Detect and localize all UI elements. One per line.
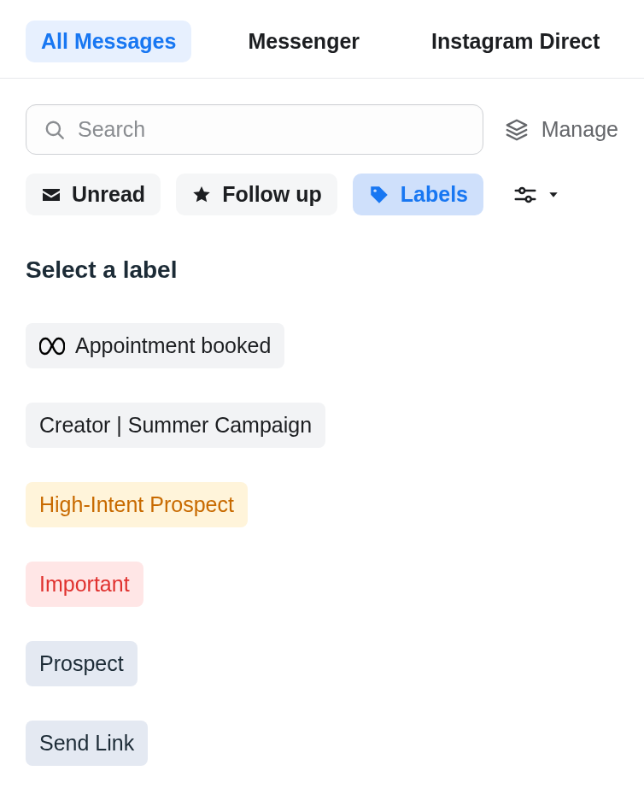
star-icon (191, 185, 212, 205)
tab-all-messages[interactable]: All Messages (26, 21, 191, 62)
label-high-intent-prospect[interactable]: High-Intent Prospect (26, 482, 248, 527)
filter-labels[interactable]: Labels (353, 174, 483, 215)
label-text: High-Intent Prospect (39, 492, 234, 517)
search-row: Manage (0, 79, 644, 155)
label-text: Prospect (39, 651, 124, 676)
label-send-link[interactable]: Send Link (26, 721, 148, 766)
label-appointment-booked[interactable]: Appointment booked (26, 323, 284, 368)
svg-point-4 (519, 188, 524, 193)
manage-label: Manage (542, 117, 618, 142)
label-text: Important (39, 572, 130, 597)
filter-unread[interactable]: Unread (26, 174, 161, 215)
filter-follow-up[interactable]: Follow up (176, 174, 337, 215)
filter-settings-button[interactable] (512, 182, 560, 208)
label-text: Creator | Summer Campaign (39, 413, 312, 438)
search-input[interactable] (78, 117, 465, 142)
channel-tabs: All Messages Messenger Instagram Direct (0, 0, 644, 79)
label-text: Appointment booked (75, 333, 271, 358)
tag-icon (368, 184, 390, 206)
sliders-icon (512, 182, 538, 208)
section-title: Select a label (0, 215, 644, 291)
label-important[interactable]: Important (26, 562, 143, 607)
manage-button[interactable]: Manage (504, 117, 618, 143)
search-icon (44, 119, 66, 141)
stack-icon (504, 117, 530, 143)
svg-line-1 (58, 133, 63, 138)
meta-icon (39, 337, 65, 356)
search-box[interactable] (26, 104, 483, 155)
mail-icon (41, 185, 61, 205)
tab-instagram-direct[interactable]: Instagram Direct (416, 21, 615, 62)
label-prospect[interactable]: Prospect (26, 641, 138, 686)
filter-unread-label: Unread (72, 182, 145, 207)
chevron-down-icon (547, 188, 560, 202)
svg-point-2 (373, 189, 376, 191)
filter-labels-label: Labels (401, 182, 468, 207)
filters-row: Unread Follow up Labels (0, 155, 644, 215)
filter-follow-up-label: Follow up (222, 182, 322, 207)
label-creator-summer-campaign[interactable]: Creator | Summer Campaign (26, 403, 325, 448)
tab-messenger[interactable]: Messenger (232, 21, 375, 62)
svg-point-6 (526, 197, 531, 202)
label-text: Send Link (39, 731, 134, 756)
labels-list: Appointment booked Creator | Summer Camp… (0, 291, 644, 766)
